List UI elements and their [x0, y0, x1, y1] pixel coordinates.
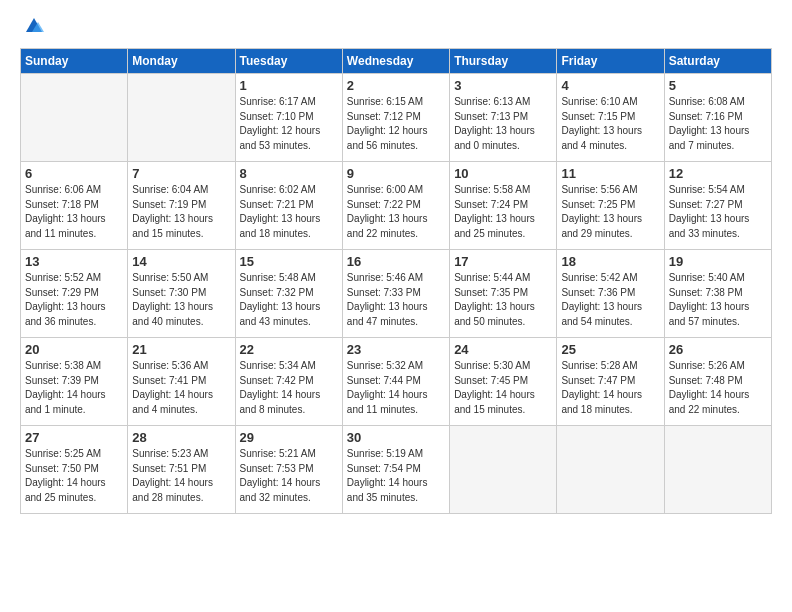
- day-info: Sunrise: 5:19 AM Sunset: 7:54 PM Dayligh…: [347, 447, 445, 505]
- day-cell: 22Sunrise: 5:34 AM Sunset: 7:42 PM Dayli…: [235, 338, 342, 426]
- day-info: Sunrise: 5:40 AM Sunset: 7:38 PM Dayligh…: [669, 271, 767, 329]
- day-cell: 12Sunrise: 5:54 AM Sunset: 7:27 PM Dayli…: [664, 162, 771, 250]
- day-cell: 8Sunrise: 6:02 AM Sunset: 7:21 PM Daylig…: [235, 162, 342, 250]
- day-cell: 29Sunrise: 5:21 AM Sunset: 7:53 PM Dayli…: [235, 426, 342, 514]
- day-cell: 16Sunrise: 5:46 AM Sunset: 7:33 PM Dayli…: [342, 250, 449, 338]
- day-info: Sunrise: 5:54 AM Sunset: 7:27 PM Dayligh…: [669, 183, 767, 241]
- day-cell: 26Sunrise: 5:26 AM Sunset: 7:48 PM Dayli…: [664, 338, 771, 426]
- day-number: 21: [132, 342, 230, 357]
- weekday-header-saturday: Saturday: [664, 49, 771, 74]
- day-number: 12: [669, 166, 767, 181]
- day-number: 15: [240, 254, 338, 269]
- weekday-header-tuesday: Tuesday: [235, 49, 342, 74]
- weekday-header-wednesday: Wednesday: [342, 49, 449, 74]
- day-info: Sunrise: 5:48 AM Sunset: 7:32 PM Dayligh…: [240, 271, 338, 329]
- day-cell: 17Sunrise: 5:44 AM Sunset: 7:35 PM Dayli…: [450, 250, 557, 338]
- day-number: 28: [132, 430, 230, 445]
- day-number: 2: [347, 78, 445, 93]
- day-cell: [557, 426, 664, 514]
- day-number: 19: [669, 254, 767, 269]
- day-info: Sunrise: 6:00 AM Sunset: 7:22 PM Dayligh…: [347, 183, 445, 241]
- day-info: Sunrise: 6:02 AM Sunset: 7:21 PM Dayligh…: [240, 183, 338, 241]
- day-cell: 4Sunrise: 6:10 AM Sunset: 7:15 PM Daylig…: [557, 74, 664, 162]
- day-cell: 2Sunrise: 6:15 AM Sunset: 7:12 PM Daylig…: [342, 74, 449, 162]
- week-row-5: 27Sunrise: 5:25 AM Sunset: 7:50 PM Dayli…: [21, 426, 772, 514]
- day-info: Sunrise: 6:04 AM Sunset: 7:19 PM Dayligh…: [132, 183, 230, 241]
- day-info: Sunrise: 5:23 AM Sunset: 7:51 PM Dayligh…: [132, 447, 230, 505]
- day-info: Sunrise: 5:21 AM Sunset: 7:53 PM Dayligh…: [240, 447, 338, 505]
- day-cell: 20Sunrise: 5:38 AM Sunset: 7:39 PM Dayli…: [21, 338, 128, 426]
- day-info: Sunrise: 5:25 AM Sunset: 7:50 PM Dayligh…: [25, 447, 123, 505]
- day-number: 23: [347, 342, 445, 357]
- day-cell: 10Sunrise: 5:58 AM Sunset: 7:24 PM Dayli…: [450, 162, 557, 250]
- day-info: Sunrise: 5:28 AM Sunset: 7:47 PM Dayligh…: [561, 359, 659, 417]
- day-info: Sunrise: 5:46 AM Sunset: 7:33 PM Dayligh…: [347, 271, 445, 329]
- day-number: 1: [240, 78, 338, 93]
- day-cell: 18Sunrise: 5:42 AM Sunset: 7:36 PM Dayli…: [557, 250, 664, 338]
- day-info: Sunrise: 6:10 AM Sunset: 7:15 PM Dayligh…: [561, 95, 659, 153]
- day-cell: [664, 426, 771, 514]
- day-cell: 6Sunrise: 6:06 AM Sunset: 7:18 PM Daylig…: [21, 162, 128, 250]
- day-info: Sunrise: 5:34 AM Sunset: 7:42 PM Dayligh…: [240, 359, 338, 417]
- day-number: 9: [347, 166, 445, 181]
- day-info: Sunrise: 5:38 AM Sunset: 7:39 PM Dayligh…: [25, 359, 123, 417]
- weekday-header-sunday: Sunday: [21, 49, 128, 74]
- weekday-header-monday: Monday: [128, 49, 235, 74]
- day-number: 18: [561, 254, 659, 269]
- day-cell: 1Sunrise: 6:17 AM Sunset: 7:10 PM Daylig…: [235, 74, 342, 162]
- logo-icon: [22, 14, 46, 38]
- week-row-4: 20Sunrise: 5:38 AM Sunset: 7:39 PM Dayli…: [21, 338, 772, 426]
- day-cell: 19Sunrise: 5:40 AM Sunset: 7:38 PM Dayli…: [664, 250, 771, 338]
- day-info: Sunrise: 6:06 AM Sunset: 7:18 PM Dayligh…: [25, 183, 123, 241]
- week-row-1: 1Sunrise: 6:17 AM Sunset: 7:10 PM Daylig…: [21, 74, 772, 162]
- day-cell: 14Sunrise: 5:50 AM Sunset: 7:30 PM Dayli…: [128, 250, 235, 338]
- day-cell: 13Sunrise: 5:52 AM Sunset: 7:29 PM Dayli…: [21, 250, 128, 338]
- day-number: 24: [454, 342, 552, 357]
- logo: [20, 16, 46, 38]
- day-number: 16: [347, 254, 445, 269]
- calendar-table: SundayMondayTuesdayWednesdayThursdayFrid…: [20, 48, 772, 514]
- day-cell: 25Sunrise: 5:28 AM Sunset: 7:47 PM Dayli…: [557, 338, 664, 426]
- day-number: 26: [669, 342, 767, 357]
- day-number: 5: [669, 78, 767, 93]
- day-number: 8: [240, 166, 338, 181]
- day-number: 13: [25, 254, 123, 269]
- day-cell: 7Sunrise: 6:04 AM Sunset: 7:19 PM Daylig…: [128, 162, 235, 250]
- day-info: Sunrise: 5:50 AM Sunset: 7:30 PM Dayligh…: [132, 271, 230, 329]
- day-number: 7: [132, 166, 230, 181]
- day-info: Sunrise: 5:30 AM Sunset: 7:45 PM Dayligh…: [454, 359, 552, 417]
- day-cell: 28Sunrise: 5:23 AM Sunset: 7:51 PM Dayli…: [128, 426, 235, 514]
- day-info: Sunrise: 5:36 AM Sunset: 7:41 PM Dayligh…: [132, 359, 230, 417]
- page: SundayMondayTuesdayWednesdayThursdayFrid…: [0, 0, 792, 612]
- day-number: 11: [561, 166, 659, 181]
- day-cell: 30Sunrise: 5:19 AM Sunset: 7:54 PM Dayli…: [342, 426, 449, 514]
- day-info: Sunrise: 5:26 AM Sunset: 7:48 PM Dayligh…: [669, 359, 767, 417]
- day-number: 29: [240, 430, 338, 445]
- day-number: 10: [454, 166, 552, 181]
- day-number: 4: [561, 78, 659, 93]
- day-info: Sunrise: 6:08 AM Sunset: 7:16 PM Dayligh…: [669, 95, 767, 153]
- day-cell: 11Sunrise: 5:56 AM Sunset: 7:25 PM Dayli…: [557, 162, 664, 250]
- day-cell: 15Sunrise: 5:48 AM Sunset: 7:32 PM Dayli…: [235, 250, 342, 338]
- day-info: Sunrise: 5:52 AM Sunset: 7:29 PM Dayligh…: [25, 271, 123, 329]
- day-number: 6: [25, 166, 123, 181]
- day-cell: [450, 426, 557, 514]
- day-number: 3: [454, 78, 552, 93]
- day-number: 25: [561, 342, 659, 357]
- day-cell: 21Sunrise: 5:36 AM Sunset: 7:41 PM Dayli…: [128, 338, 235, 426]
- day-info: Sunrise: 5:42 AM Sunset: 7:36 PM Dayligh…: [561, 271, 659, 329]
- day-number: 14: [132, 254, 230, 269]
- day-number: 27: [25, 430, 123, 445]
- day-number: 22: [240, 342, 338, 357]
- day-cell: [128, 74, 235, 162]
- day-cell: 9Sunrise: 6:00 AM Sunset: 7:22 PM Daylig…: [342, 162, 449, 250]
- weekday-header-row: SundayMondayTuesdayWednesdayThursdayFrid…: [21, 49, 772, 74]
- day-cell: 23Sunrise: 5:32 AM Sunset: 7:44 PM Dayli…: [342, 338, 449, 426]
- day-info: Sunrise: 6:15 AM Sunset: 7:12 PM Dayligh…: [347, 95, 445, 153]
- day-cell: 24Sunrise: 5:30 AM Sunset: 7:45 PM Dayli…: [450, 338, 557, 426]
- week-row-3: 13Sunrise: 5:52 AM Sunset: 7:29 PM Dayli…: [21, 250, 772, 338]
- weekday-header-friday: Friday: [557, 49, 664, 74]
- day-info: Sunrise: 5:56 AM Sunset: 7:25 PM Dayligh…: [561, 183, 659, 241]
- day-info: Sunrise: 5:32 AM Sunset: 7:44 PM Dayligh…: [347, 359, 445, 417]
- day-cell: 27Sunrise: 5:25 AM Sunset: 7:50 PM Dayli…: [21, 426, 128, 514]
